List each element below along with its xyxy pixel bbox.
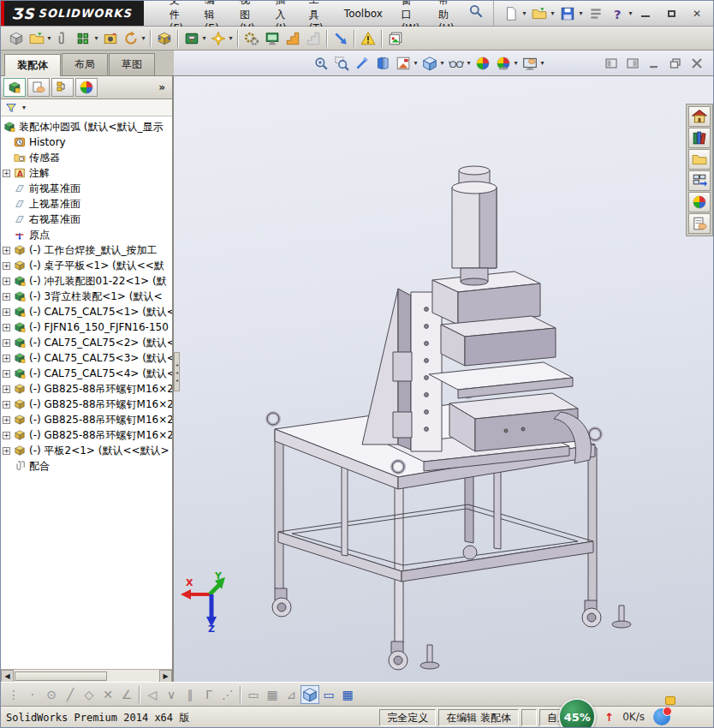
tab-装配体[interactable]: 装配体 <box>4 54 61 76</box>
display-style-icon[interactable] <box>419 53 440 74</box>
attachment-paperclip-icon[interactable] <box>53 28 74 49</box>
assembly-features-icon[interactable] <box>241 28 262 49</box>
tree-expand-icon[interactable]: + <box>3 416 10 424</box>
tree-item[interactable]: 前视基准面 <box>1 181 172 196</box>
dropdown-arrow-icon[interactable]: ▾ <box>227 34 235 42</box>
tree-expand-icon[interactable]: + <box>3 385 10 393</box>
tree-item[interactable]: 原点 <box>1 227 172 242</box>
collapse-left-pane-button[interactable] <box>602 56 621 71</box>
displaymanager-tab[interactable] <box>75 78 98 97</box>
tree-item[interactable]: 传感器 <box>1 150 172 165</box>
tree-item[interactable]: +(-) CAL75_CAL75<4> (默认< <box>1 366 172 381</box>
tree-item[interactable]: +(-) CAL75_CAL75<1> (默认< <box>1 304 172 319</box>
tree-item[interactable]: 上视基准面 <box>1 196 172 212</box>
search-icon[interactable] <box>467 1 485 21</box>
exploded-view-icon[interactable] <box>283 28 303 49</box>
sketch-circle-icon[interactable]: ⊙ <box>42 685 61 704</box>
tree-item[interactable]: 装配体冲圆弧 (默认<默认_显示 <box>1 119 172 134</box>
snap-grid-icon[interactable]: ▦ <box>263 685 282 704</box>
tree-item[interactable]: +(-) 3背立柱装配<1> (默认< <box>1 289 172 304</box>
snap-perpendicular-icon[interactable]: Γ <box>199 685 218 704</box>
tree-expand-icon[interactable]: + <box>3 262 10 270</box>
close-button[interactable]: ✕ <box>686 6 708 21</box>
tab-草图[interactable]: 草图 <box>109 53 155 75</box>
sketch-trim-icon[interactable]: ✕ <box>98 685 117 704</box>
tree-expand-icon[interactable]: + <box>3 170 10 177</box>
dropdown-arrow-icon[interactable]: ▾ <box>45 34 53 42</box>
dropdown-arrow-icon[interactable]: ▾ <box>538 59 546 67</box>
viewport-four-icon[interactable]: ▦ <box>338 685 357 704</box>
view-3d-toggle[interactable] <box>300 685 319 704</box>
viewport-single-icon[interactable]: ▭ <box>319 685 338 704</box>
tree-expand-icon[interactable]: + <box>3 293 10 301</box>
snapshot-icon[interactable] <box>100 28 121 49</box>
hide-show-items-icon[interactable] <box>446 53 467 74</box>
snap-points-icon[interactable]: ⋰ <box>218 685 237 704</box>
tree-item[interactable]: +(-) 冲孔装配图01-22<1> (默 <box>1 273 172 289</box>
sketch-polygon-icon[interactable]: ◇ <box>80 685 98 704</box>
tree-expand-icon[interactable]: + <box>3 277 10 285</box>
sketch-line-icon[interactable]: ╱ <box>61 685 80 704</box>
memory-percent-ball[interactable]: 45% <box>558 698 596 728</box>
new-document-button[interactable] <box>501 3 521 24</box>
measure-icon[interactable] <box>330 28 351 49</box>
tree-expand-icon[interactable]: + <box>3 308 10 316</box>
zoom-area-icon[interactable] <box>331 53 352 74</box>
filter-dropdown-icon[interactable]: ▾ <box>22 104 26 111</box>
tree-expand-icon[interactable]: + <box>3 447 10 455</box>
tree-item[interactable]: +(-) 平板2<1> (默认<<默认> <box>1 443 172 458</box>
propertymanager-tab[interactable] <box>27 78 50 97</box>
open-document-button[interactable] <box>529 3 550 24</box>
assembly-3d-model[interactable] <box>174 76 705 681</box>
snap-nearest-icon[interactable]: ◁ <box>143 685 162 704</box>
view-orientation-icon[interactable] <box>393 53 414 74</box>
move-component-icon[interactable] <box>154 28 175 49</box>
panel-overflow-button[interactable]: » <box>158 81 172 93</box>
rotate-component-icon[interactable] <box>121 28 141 49</box>
interference-detection-icon[interactable] <box>358 28 378 49</box>
insert-components-icon[interactable] <box>74 28 94 49</box>
sketch-point-icon[interactable]: · <box>23 685 42 704</box>
edit-appearance-icon[interactable] <box>473 53 493 74</box>
snap-angle-icon[interactable]: ⊿ <box>282 685 300 704</box>
help-button[interactable]: ? <box>607 3 628 24</box>
snap-parallel-icon[interactable]: ∥ <box>181 685 199 704</box>
smart-fasteners-icon[interactable] <box>208 28 229 49</box>
dropdown-arrow-icon[interactable]: ▾ <box>577 9 585 17</box>
previous-view-icon[interactable] <box>352 53 372 74</box>
restore-button[interactable] <box>660 6 682 21</box>
motion-study-icon[interactable] <box>262 28 283 49</box>
section-view-icon[interactable] <box>372 53 393 74</box>
minimize-button[interactable] <box>634 6 657 21</box>
filter-funnel-icon[interactable] <box>4 101 18 115</box>
sketch-angle-icon[interactable]: ∠ <box>117 685 136 704</box>
tree-item[interactable]: 配合 <box>1 458 172 474</box>
apply-scene-icon[interactable] <box>493 53 514 74</box>
tree-item[interactable]: History <box>1 134 172 150</box>
dropdown-arrow-icon[interactable]: ▾ <box>627 9 634 17</box>
tree-expand-icon[interactable]: + <box>3 432 10 439</box>
tree-hscrollbar[interactable]: ◀ ▶ <box>1 669 172 682</box>
scroll-right-arrow[interactable]: ▶ <box>159 670 172 683</box>
edit-component-icon[interactable] <box>27 28 47 49</box>
appearances-stack-icon[interactable] <box>385 28 406 49</box>
dropdown-arrow-icon[interactable]: ▾ <box>438 59 446 67</box>
dropdown-arrow-icon[interactable]: ▾ <box>140 34 147 42</box>
dropdown-arrow-icon[interactable]: ▾ <box>549 9 556 17</box>
tree-item[interactable]: +(-) GB825-88吊环螺钉M16×2 <box>1 427 172 443</box>
doc-close-button[interactable] <box>687 56 706 71</box>
toolbar-drag-handle[interactable]: ⋮ <box>4 685 23 704</box>
configurationmanager-tab[interactable] <box>51 78 74 97</box>
tree-item[interactable]: 右视基准面 <box>1 212 172 227</box>
assembly-cube-icon[interactable] <box>6 28 27 49</box>
tree-item[interactable]: +A注解 <box>1 165 172 181</box>
tree-expand-icon[interactable]: + <box>3 339 10 347</box>
snap-tangent-icon[interactable]: ∨ <box>162 685 181 704</box>
speed-overlay-widget[interactable]: 45% ↑ 0K/s <box>558 698 670 728</box>
graphics-viewport[interactable]: ◂◂◂ <box>174 76 714 682</box>
explode-line-sketch-icon[interactable] <box>303 28 324 49</box>
dropdown-arrow-icon[interactable]: ▾ <box>92 34 100 42</box>
dropdown-arrow-icon[interactable]: ▾ <box>512 59 520 67</box>
collapse-right-pane-button[interactable] <box>623 56 642 71</box>
tree-item[interactable]: +(-) FJFN16_150_FJFN16-150 <box>1 319 172 335</box>
